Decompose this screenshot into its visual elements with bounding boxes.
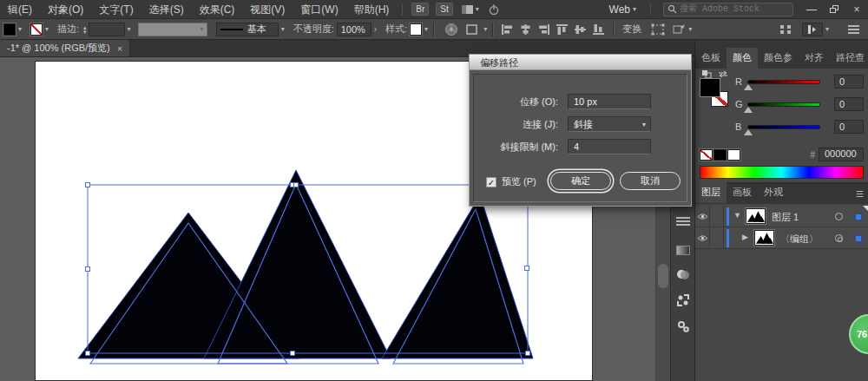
style-swatch[interactable] — [410, 23, 422, 36]
align-top-icon[interactable] — [556, 23, 569, 36]
channel-value[interactable]: 0 — [834, 75, 864, 89]
expand-layer-icon[interactable]: ▼ — [733, 211, 741, 220]
align-right-icon[interactable] — [537, 23, 550, 36]
menu-视图(V)[interactable]: 视图(V) — [242, 0, 293, 19]
layer-name[interactable]: 图层 1 — [772, 211, 799, 224]
visibility-toggle[interactable] — [695, 227, 710, 249]
chevron-down-icon[interactable]: ▾ — [128, 25, 131, 33]
stroke-color-swatch[interactable] — [30, 23, 43, 36]
ok-button[interactable]: 确定 — [550, 172, 611, 190]
black-swatch[interactable] — [713, 149, 727, 161]
symbols-panel-icon[interactable] — [676, 293, 690, 307]
align-bottom-icon[interactable] — [592, 23, 605, 36]
chevron-down-icon[interactable]: ▾ — [18, 25, 22, 33]
panel-toggle-button[interactable] — [802, 23, 823, 36]
dialog-title[interactable]: 偏移路径 — [470, 55, 691, 70]
search-input[interactable] — [680, 4, 784, 14]
stroke-weight-stepper[interactable]: ▴▾ — [83, 25, 87, 34]
menu-辑(E)[interactable]: 辑(E) — [0, 0, 40, 19]
transparency-panel-icon[interactable] — [676, 267, 690, 281]
slider-thumb[interactable] — [744, 84, 753, 90]
swap-arrows-icon[interactable] — [718, 70, 728, 78]
chevron-down-icon[interactable]: ▾ — [281, 25, 285, 33]
expand-group-icon[interactable]: ▶ — [742, 233, 748, 241]
layer-row[interactable]: ▼ 图层 1 — [695, 206, 868, 227]
menu-效果(C)[interactable]: 效果(C) — [192, 0, 243, 19]
gradient-panel-icon[interactable] — [676, 246, 690, 255]
channel-value[interactable]: 0 — [834, 97, 864, 111]
shape-properties-icon[interactable] — [465, 23, 479, 36]
align-left-icon[interactable] — [501, 23, 514, 36]
tab-对齐[interactable]: 对齐 — [799, 48, 830, 69]
chevron-down-icon[interactable]: ▾ — [483, 25, 487, 33]
transform-label[interactable]: 变换 — [622, 23, 641, 36]
channel-slider[interactable] — [747, 125, 820, 129]
actions-panel-icon[interactable] — [676, 319, 690, 333]
offset-input[interactable] — [568, 94, 651, 109]
document-tab[interactable]: -1* @ 100% (RGB/预览) × — [0, 40, 130, 56]
tab-外观[interactable]: 外观 — [758, 182, 789, 203]
hex-color-field[interactable]: 000000 — [819, 148, 864, 161]
panel-menu-icon[interactable]: ☰ — [856, 189, 864, 203]
swap-fill-stroke-icon[interactable] — [702, 70, 713, 78]
layer-thumbnail[interactable] — [746, 208, 766, 224]
preview-control[interactable]: ✓ 预览 (P) — [486, 175, 536, 188]
close-button[interactable]: × — [845, 0, 868, 19]
none-swatch[interactable] — [700, 149, 713, 161]
stroke-panel-icon[interactable] — [676, 215, 690, 229]
brush-definition-dropdown[interactable]: 基本 — [216, 23, 279, 36]
opacity-field[interactable]: 100% — [337, 23, 372, 36]
slider-thumb[interactable] — [744, 129, 753, 135]
channel-slider[interactable] — [747, 102, 820, 107]
tab-图层[interactable]: 图层 — [695, 182, 727, 203]
joins-select[interactable]: 斜接 ▾ — [568, 116, 651, 132]
chevron-down-icon[interactable]: ▾ — [688, 25, 692, 33]
menu-选择(S)[interactable]: 选择(S) — [141, 0, 192, 19]
tab-路径查[interactable]: 路径查 — [830, 48, 868, 69]
scrollbar-thumb[interactable] — [658, 264, 668, 288]
fill-color-swatch[interactable] — [3, 23, 16, 36]
align-horizontal-center-icon[interactable] — [519, 23, 532, 36]
recolor-artwork-icon[interactable] — [444, 23, 458, 36]
select-similar-icon[interactable] — [779, 24, 792, 35]
align-vertical-center-icon[interactable] — [574, 23, 587, 36]
lock-toggle-cell[interactable] — [710, 227, 724, 249]
restore-button[interactable] — [823, 0, 845, 19]
lock-toggle-cell[interactable] — [710, 206, 724, 227]
group-name[interactable]: 〈编组〉 — [780, 233, 819, 246]
chevron-down-icon[interactable]: ▾ — [424, 25, 428, 33]
stock-button[interactable]: St — [436, 3, 452, 16]
chevron-down-icon[interactable]: ▾ — [45, 25, 49, 33]
selection-indicator[interactable] — [855, 235, 862, 242]
channel-slider[interactable] — [747, 80, 820, 84]
tab-颜色[interactable]: 颜色 — [727, 48, 758, 69]
opacity-panel-arrow-icon[interactable]: › — [374, 24, 377, 34]
workspace-switcher[interactable]: Web ▾ — [601, 3, 645, 16]
tab-色板[interactable]: 色板 — [695, 48, 727, 69]
menu-对象(O)[interactable]: 对象(O) — [40, 0, 91, 19]
isolate-selection-icon[interactable] — [672, 23, 686, 36]
white-swatch[interactable] — [727, 149, 740, 161]
visibility-toggle[interactable] — [695, 206, 710, 227]
target-circle-double-icon[interactable] — [835, 234, 843, 242]
color-spectrum-bar[interactable] — [700, 166, 864, 179]
slider-thumb[interactable] — [744, 107, 753, 113]
tab-颜色参[interactable]: 颜色参 — [758, 48, 799, 69]
selection-indicator[interactable] — [855, 213, 862, 220]
tab-画板[interactable]: 画板 — [727, 182, 758, 203]
stroke-weight-field[interactable] — [89, 23, 125, 36]
miter-limit-input[interactable] — [568, 139, 651, 154]
target-circle-icon[interactable] — [835, 213, 843, 220]
fill-black-indicator[interactable] — [700, 79, 720, 96]
menu-icon[interactable] — [848, 25, 859, 34]
preview-checkbox[interactable]: ✓ — [486, 177, 496, 187]
cancel-button[interactable]: 取消 — [620, 172, 681, 190]
menu-窗口(W)[interactable]: 窗口(W) — [293, 0, 345, 19]
group-thumbnail[interactable] — [754, 230, 774, 246]
gpu-performance-icon[interactable] — [488, 3, 500, 16]
fill-stroke-indicator[interactable] — [700, 79, 732, 110]
minimize-button[interactable]: — — [800, 0, 823, 19]
bridge-button[interactable]: Br — [411, 3, 429, 16]
chevron-down-icon[interactable]: ▾ — [825, 25, 829, 33]
close-tab-icon[interactable]: × — [117, 43, 122, 54]
